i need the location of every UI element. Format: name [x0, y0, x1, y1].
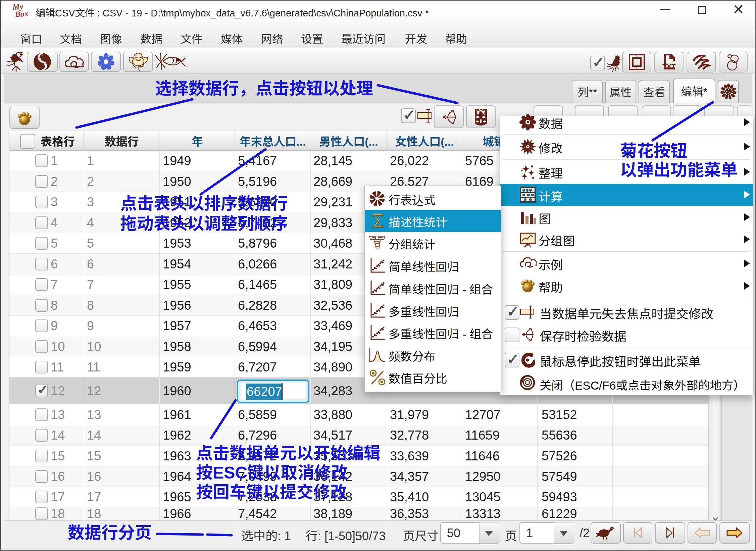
svg-text:TXT: TXT [662, 62, 676, 70]
